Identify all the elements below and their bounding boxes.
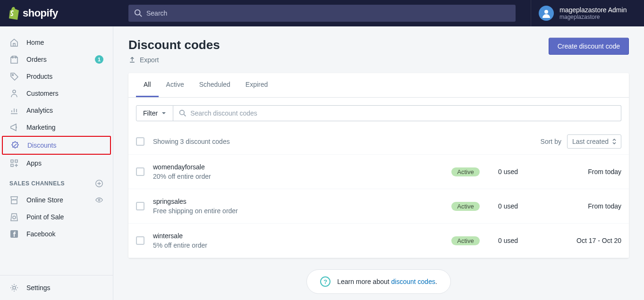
eye-icon[interactable] [95, 196, 103, 204]
filter-search-input[interactable] [186, 106, 615, 121]
avatar-icon [539, 6, 554, 21]
sort-select[interactable]: Last created [567, 134, 621, 149]
discount-row[interactable]: wintersale 5% off entire order Active 0 … [128, 224, 629, 258]
row-checkbox[interactable] [136, 236, 144, 245]
sidebar-item-analytics[interactable]: Analytics [0, 102, 113, 119]
sidebar: Home Orders 1 Products Customers Analyti… [0, 26, 113, 300]
search-icon [134, 9, 143, 17]
svg-point-11 [13, 216, 16, 219]
sidebar-item-label: Apps [26, 159, 42, 167]
discount-title: springsales [153, 198, 451, 205]
pos-icon [9, 212, 19, 222]
tab-scheduled[interactable]: Scheduled [192, 73, 238, 97]
sidebar-item-label: Facebook [26, 230, 55, 238]
sidebar-item-label: Home [26, 39, 44, 46]
export-icon [128, 56, 140, 64]
user-name: mageplazastore Admin [559, 6, 627, 14]
caret-down-icon [158, 111, 166, 116]
discount-sub: Free shipping on entire order [153, 207, 451, 215]
sidebar-item-pos[interactable]: Point of Sale [0, 208, 113, 225]
learn-more-pill: ? Learn more about discount codes. [306, 269, 451, 294]
status-badge: Active [451, 202, 480, 211]
sidebar-item-label: Orders [26, 56, 47, 63]
customer-icon [9, 89, 19, 98]
user-store: mageplazastore [559, 14, 627, 20]
sidebar-item-apps[interactable]: Apps [0, 155, 113, 172]
main-content: Discount codes Export Create discount co… [113, 26, 644, 300]
sidebar-item-facebook[interactable]: Facebook [0, 225, 113, 242]
page-title: Discount codes [128, 38, 220, 52]
sidebar-item-label: Analytics [26, 107, 53, 114]
discount-sub: 5% off entire order [153, 242, 451, 249]
sidebar-item-marketing[interactable]: Marketing [0, 119, 113, 136]
search-input[interactable] [146, 9, 510, 17]
svg-rect-3 [11, 58, 17, 63]
svg-line-1 [140, 15, 142, 17]
export-button[interactable]: Export [128, 56, 220, 64]
row-checkbox[interactable] [136, 167, 144, 176]
tab-active[interactable]: Active [159, 73, 192, 97]
facebook-icon [9, 229, 19, 239]
tab-expired[interactable]: Expired [238, 73, 275, 97]
highlight-discounts: Discounts [2, 136, 111, 155]
sidebar-item-online-store[interactable]: Online Store [0, 192, 113, 208]
create-discount-button[interactable]: Create discount code [549, 38, 629, 55]
used-count: 0 used [480, 237, 536, 244]
search-icon [179, 109, 186, 117]
filter-label: Filter [143, 109, 158, 117]
learn-more-link[interactable]: discount codes [391, 278, 435, 285]
shopify-bag-icon [8, 7, 23, 20]
discount-row[interactable]: womendayforsale 20% off entire order Act… [128, 155, 629, 189]
sidebar-item-customers[interactable]: Customers [0, 85, 113, 102]
search-box[interactable] [128, 5, 516, 22]
discount-title: wintersale [153, 232, 451, 240]
tabs: All Active Scheduled Expired [128, 73, 629, 98]
discount-row[interactable]: springsales Free shipping on entire orde… [128, 189, 629, 224]
discounts-card: All Active Scheduled Expired Filter Show… [128, 73, 629, 258]
filter-search[interactable] [173, 105, 621, 121]
sales-channels-label: SALES CHANNELS [9, 180, 65, 187]
sidebar-item-home[interactable]: Home [0, 34, 113, 51]
sidebar-item-label: Marketing [26, 124, 55, 131]
svg-point-5 [13, 90, 16, 93]
svg-point-13 [13, 286, 16, 289]
sidebar-item-label: Settings [26, 284, 51, 292]
user-menu[interactable]: mageplazastore Admin mageplazastore [531, 0, 644, 26]
orders-icon [9, 55, 19, 64]
topbar: shopify mageplazastore Admin mageplazast… [0, 0, 644, 26]
tag-icon [9, 72, 19, 81]
logo-area[interactable]: shopify [0, 7, 113, 20]
select-all-checkbox[interactable] [136, 137, 144, 146]
home-icon [9, 38, 19, 47]
sidebar-item-label: Online Store [26, 196, 63, 204]
sidebar-item-label: Point of Sale [26, 213, 64, 221]
date-range: From today [536, 168, 621, 175]
discount-title: womendayforsale [153, 163, 451, 171]
row-checkbox[interactable] [136, 202, 144, 210]
tab-all[interactable]: All [136, 73, 159, 97]
add-channel-icon[interactable] [95, 179, 103, 188]
analytics-icon [9, 106, 19, 115]
status-badge: Active [451, 167, 480, 176]
sidebar-item-discounts[interactable]: Discounts [3, 137, 110, 154]
date-range: Oct 17 - Oct 20 [536, 237, 621, 244]
help-icon: ? [320, 276, 330, 287]
filter-button[interactable]: Filter [136, 105, 173, 121]
sidebar-item-orders[interactable]: Orders 1 [0, 51, 113, 68]
sidebar-item-products[interactable]: Products [0, 68, 113, 85]
gear-icon [9, 283, 19, 292]
svg-rect-8 [11, 164, 13, 167]
orders-badge: 1 [95, 55, 103, 64]
brand-text: shopify [23, 7, 58, 19]
svg-point-4 [12, 75, 14, 76]
store-icon [9, 195, 19, 205]
svg-point-0 [135, 10, 140, 15]
status-badge: Active [451, 236, 480, 245]
svg-point-2 [544, 10, 548, 14]
sidebar-item-label: Products [26, 73, 52, 80]
sidebar-item-label: Discounts [27, 142, 56, 149]
date-range: From today [536, 202, 621, 210]
showing-count: Showing 3 discount codes [153, 138, 230, 145]
sidebar-item-settings[interactable]: Settings [0, 279, 113, 296]
sort-arrows-icon [612, 139, 616, 144]
